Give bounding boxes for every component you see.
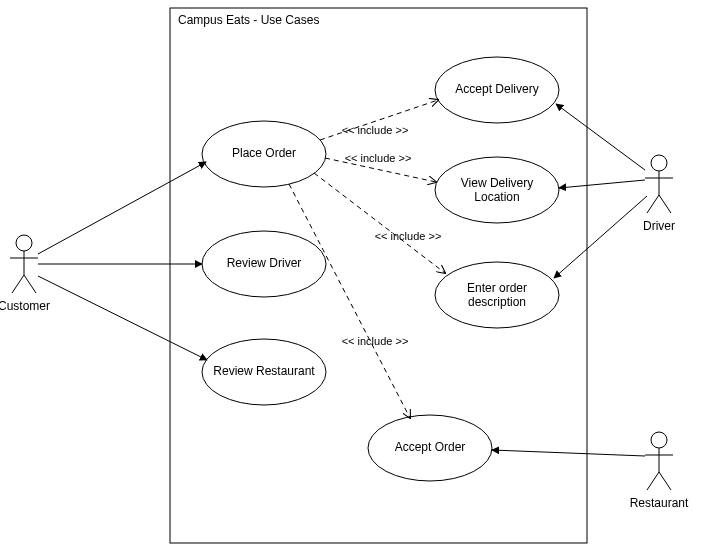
diagram-title: Campus Eats - Use Cases	[178, 13, 319, 27]
usecase-accept-delivery: Accept Delivery	[435, 57, 559, 123]
usecase-accept-order-label: Accept Order	[395, 440, 466, 454]
usecase-enter-order-desc-l1: Enter order	[467, 281, 527, 295]
usecase-diagram: Campus Eats - Use Cases Customer Driver …	[0, 0, 706, 551]
svg-line-3	[12, 275, 24, 293]
svg-point-5	[651, 155, 667, 171]
usecase-review-restaurant-label: Review Restaurant	[213, 364, 315, 378]
usecase-place-order-label: Place Order	[232, 146, 296, 160]
include-label-1: << include >>	[342, 124, 409, 136]
assoc-driver-accept-delivery	[556, 104, 645, 170]
usecase-accept-delivery-label: Accept Delivery	[455, 82, 538, 96]
include-place-to-enter-order-desc	[314, 173, 445, 273]
include-label-4: << include >>	[342, 335, 409, 347]
usecase-place-order: Place Order	[202, 121, 326, 187]
assoc-customer-review-restaurant	[38, 276, 207, 360]
include-label-2: << include >>	[345, 152, 412, 164]
assoc-customer-place-order	[38, 162, 206, 254]
actor-customer-label: Customer	[0, 299, 50, 313]
usecase-review-driver: Review Driver	[202, 231, 326, 297]
actor-restaurant: Restaurant	[630, 432, 689, 510]
usecase-enter-order-description: Enter order description	[435, 262, 559, 328]
svg-line-14	[659, 472, 671, 490]
usecase-review-driver-label: Review Driver	[227, 256, 302, 270]
svg-line-8	[647, 195, 659, 213]
svg-point-10	[651, 432, 667, 448]
usecase-accept-order: Accept Order	[368, 415, 492, 481]
usecase-view-delivery-location: View Delivery Location	[435, 157, 559, 223]
svg-line-13	[647, 472, 659, 490]
actor-restaurant-label: Restaurant	[630, 496, 689, 510]
assoc-driver-enter-order-description	[554, 196, 647, 278]
actor-driver: Driver	[643, 155, 675, 233]
svg-line-4	[24, 275, 36, 293]
usecase-review-restaurant: Review Restaurant	[202, 339, 326, 405]
actor-driver-label: Driver	[643, 219, 675, 233]
svg-line-9	[659, 195, 671, 213]
assoc-restaurant-accept-order	[492, 450, 645, 456]
actor-customer: Customer	[0, 235, 50, 313]
usecase-view-delivery-location-l2: Location	[474, 190, 519, 204]
assoc-driver-view-delivery-location	[559, 180, 645, 188]
usecase-view-delivery-location-l1: View Delivery	[461, 176, 533, 190]
svg-point-0	[16, 235, 32, 251]
usecase-enter-order-desc-l2: description	[468, 295, 526, 309]
include-label-3: << include >>	[375, 230, 442, 242]
